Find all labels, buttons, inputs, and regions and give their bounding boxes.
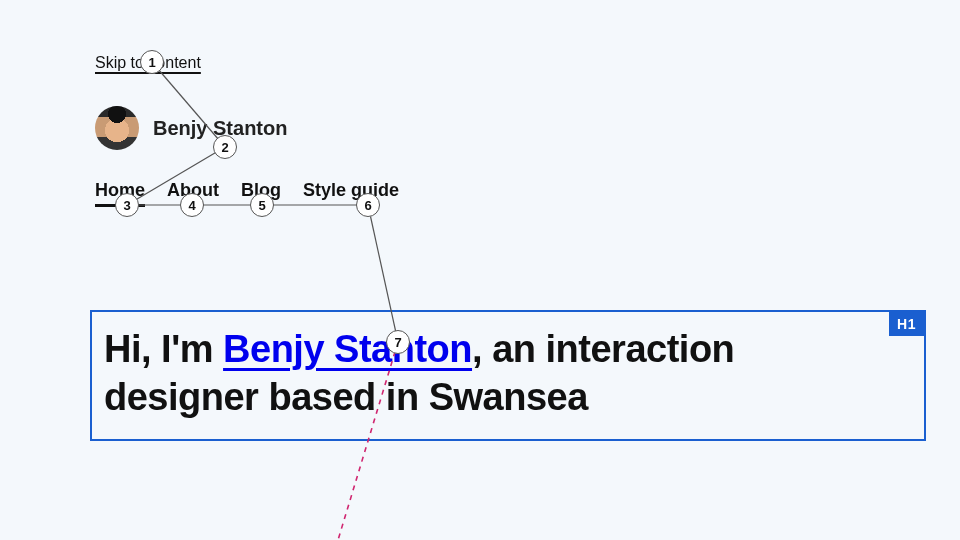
inspector-h1-badge: H1: [889, 312, 924, 336]
site-title: Benjy Stanton: [153, 117, 287, 140]
avatar: [95, 106, 139, 150]
nav-blog[interactable]: Blog: [241, 180, 281, 201]
nav-about[interactable]: About: [167, 180, 219, 201]
hero-pre: Hi, I'm: [104, 328, 223, 370]
primary-nav: Home About Blog Style guide: [95, 180, 960, 201]
nav-style-guide[interactable]: Style guide: [303, 180, 399, 201]
nav-home[interactable]: Home: [95, 180, 145, 201]
skip-to-content-link[interactable]: Skip to content: [95, 54, 201, 72]
hero-name-link[interactable]: Benjy Stanton: [223, 328, 472, 370]
page-heading: Hi, I'm Benjy Stanton, an interaction de…: [92, 312, 924, 439]
site-brand[interactable]: Benjy Stanton: [95, 106, 960, 150]
inspector-h1-outline: H1 Hi, I'm Benjy Stanton, an interaction…: [90, 310, 926, 441]
